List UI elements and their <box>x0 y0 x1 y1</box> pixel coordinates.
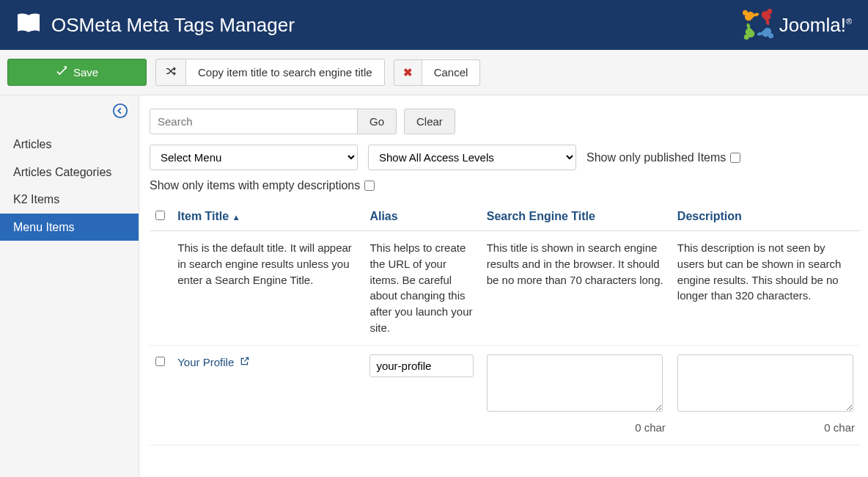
help-alias: This helps to create the URL of your ite… <box>364 231 480 346</box>
select-access[interactable]: Show All Access Levels <box>368 145 576 170</box>
search-input[interactable] <box>150 109 358 134</box>
sidebar-nav: Articles Articles Categories K2 Items Me… <box>0 131 139 241</box>
published-only-checkbox[interactable] <box>730 153 740 163</box>
collapse-icon[interactable] <box>112 103 128 121</box>
help-item-title: This is the default title. It will appea… <box>172 231 364 346</box>
table-help-row: This is the default title. It will appea… <box>150 231 861 346</box>
page-title: OSMeta Meta Tags Manager <box>51 14 295 37</box>
cancel-button[interactable]: Cancel <box>422 59 481 86</box>
copy-title-button[interactable]: Copy item title to search engine title <box>186 59 385 86</box>
main-layout: Articles Articles Categories K2 Items Me… <box>0 95 868 477</box>
search-row: Go Clear <box>150 109 861 134</box>
description-input[interactable] <box>677 354 853 412</box>
sidebar: Articles Articles Categories K2 Items Me… <box>0 95 139 477</box>
help-desc: This description is not seen by users bu… <box>672 231 861 346</box>
empty-desc-checkbox[interactable] <box>364 181 375 191</box>
search-engine-title-input[interactable] <box>487 354 663 412</box>
items-table: Item Title ▲ Alias Search Engine Title D… <box>150 203 861 445</box>
desc-char-count: 0 char <box>677 420 855 436</box>
search-group: Go <box>150 109 397 134</box>
shuffle-icon <box>165 65 177 79</box>
go-button[interactable]: Go <box>358 109 397 134</box>
sidebar-item-menu-items[interactable]: Menu Items <box>0 214 139 241</box>
item-title-link[interactable]: Your Profile <box>177 356 250 368</box>
clear-button[interactable]: Clear <box>404 109 455 134</box>
select-menu[interactable]: Select Menu <box>150 145 358 170</box>
sort-set[interactable]: Search Engine Title <box>487 210 595 222</box>
alias-input[interactable] <box>369 354 474 377</box>
col-alias: Alias <box>364 203 480 231</box>
empty-desc-row: Show only items with empty descriptions <box>150 179 861 192</box>
sort-caret-icon: ▲ <box>232 213 240 222</box>
save-label: Save <box>73 66 98 79</box>
sort-alias[interactable]: Alias <box>369 210 397 222</box>
cancel-icon: ✖ <box>403 66 413 79</box>
col-search-engine-title: Search Engine Title <box>481 203 672 231</box>
joomla-logo: Joomla!® <box>743 9 852 42</box>
table-header-row: Item Title ▲ Alias Search Engine Title D… <box>150 203 861 231</box>
svg-point-1 <box>114 104 127 117</box>
sidebar-item-articles[interactable]: Articles <box>0 131 139 159</box>
save-button[interactable]: Save <box>7 59 147 86</box>
toolbar: Save Copy item title to search engine ti… <box>0 50 868 95</box>
joomla-text: Joomla!® <box>779 14 852 37</box>
external-link-icon <box>240 356 250 368</box>
cancel-icon-button[interactable]: ✖ <box>394 59 422 86</box>
content: Go Clear Select Menu Show All Access Lev… <box>139 95 868 477</box>
top-bar: OSMeta Meta Tags Manager Joomla!® <box>0 0 868 50</box>
select-all-checkbox[interactable] <box>155 211 165 220</box>
col-check <box>150 203 172 231</box>
help-set: This title is shown in search engine res… <box>481 231 672 346</box>
save-icon <box>56 65 67 79</box>
filter-row: Select Menu Show All Access Levels Show … <box>150 145 861 170</box>
sidebar-item-articles-categories[interactable]: Articles Categories <box>0 159 139 186</box>
shuffle-icon-button[interactable] <box>155 59 186 86</box>
book-icon <box>16 12 41 39</box>
topbar-left: OSMeta Meta Tags Manager <box>16 12 295 39</box>
sort-item-title[interactable]: Item Title ▲ <box>177 210 240 222</box>
row-checkbox[interactable] <box>155 357 165 366</box>
set-char-count: 0 char <box>487 420 666 436</box>
published-only-label[interactable]: Show only published Items <box>586 151 740 164</box>
empty-desc-label[interactable]: Show only items with empty descriptions <box>150 179 861 192</box>
cancel-group: ✖ Cancel <box>394 59 481 86</box>
col-item-title: Item Title ▲ <box>172 203 364 231</box>
sort-description[interactable]: Description <box>677 210 742 222</box>
copy-title-group: Copy item title to search engine title <box>155 59 385 86</box>
joomla-icon <box>743 9 773 42</box>
table-row: Your Profile 0 char <box>150 345 861 445</box>
col-description: Description <box>672 203 861 231</box>
sidebar-item-k2-items[interactable]: K2 Items <box>0 186 139 214</box>
